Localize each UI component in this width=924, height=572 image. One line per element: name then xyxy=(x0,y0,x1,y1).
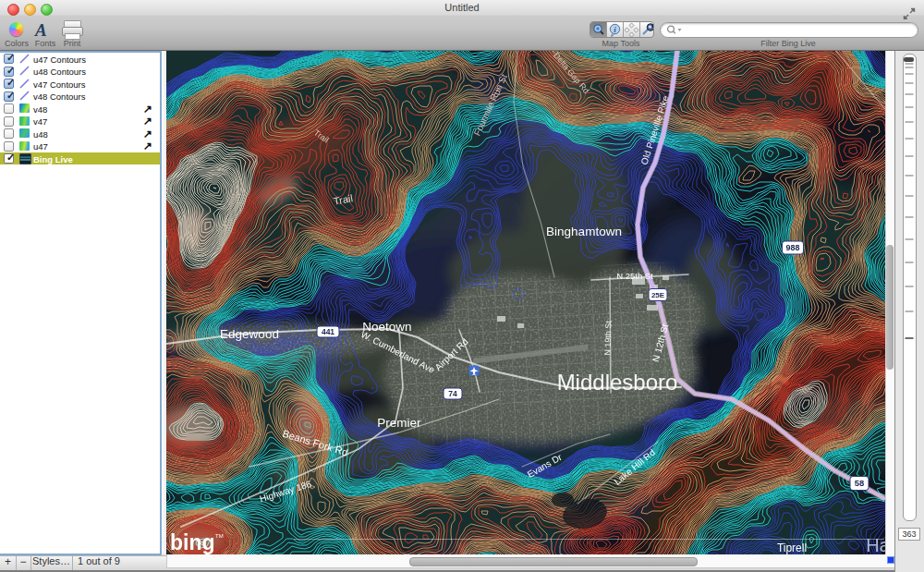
svg-text:Ha: Ha xyxy=(866,535,885,554)
svg-text:988: 988 xyxy=(785,243,799,252)
svg-text:Middlesboro: Middlesboro xyxy=(557,370,678,395)
svg-text:Edgewood: Edgewood xyxy=(220,327,279,341)
svg-text:74: 74 xyxy=(448,389,457,398)
svg-text:Premier: Premier xyxy=(377,416,421,430)
svg-text:TM: TM xyxy=(215,533,224,539)
svg-text:N 19th St: N 19th St xyxy=(602,320,613,355)
svg-text:Tiprell: Tiprell xyxy=(777,542,807,554)
svg-text:N.25th St: N.25th St xyxy=(616,271,653,281)
svg-text:Binghamtown: Binghamtown xyxy=(546,225,622,238)
svg-text:58: 58 xyxy=(855,478,865,488)
svg-text:25E: 25E xyxy=(651,291,665,299)
svg-text:bing: bing xyxy=(170,530,215,554)
svg-text:441: 441 xyxy=(322,327,334,336)
